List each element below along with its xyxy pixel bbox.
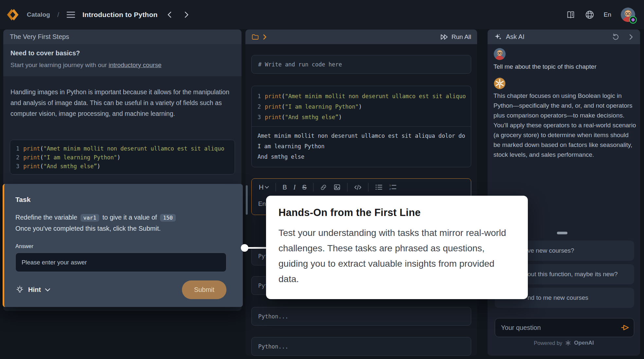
- answer-label: Answer: [15, 243, 230, 249]
- submit-button[interactable]: Submit: [182, 280, 226, 299]
- hint-button[interactable]: Hint: [15, 285, 50, 294]
- code-icon: [354, 184, 362, 190]
- tooltip-title: Hands-On from the First Line: [278, 207, 515, 219]
- tooltip-body: Test your understanding with tasks that …: [278, 225, 515, 287]
- task-card: Task Redefine the variable var1 to give …: [3, 184, 243, 307]
- app-root: Catalog / Introduction to Python: [0, 0, 644, 359]
- next-chapter-button[interactable]: [182, 9, 191, 20]
- breadcrumb-chevron-icon: [262, 34, 267, 40]
- onboarding-tooltip: Hands-On from the First Line Test your u…: [266, 196, 528, 299]
- code-line: 2print("I am learning Python"): [258, 101, 465, 112]
- image-icon: [333, 184, 341, 191]
- output-line: And smthg else: [258, 152, 465, 162]
- output-line: Amet minim mollit non deserunt ullamco e…: [258, 131, 465, 141]
- promo-banner: Need to cover basics? Start your learnin…: [3, 44, 241, 76]
- strikethrough-button[interactable]: S: [302, 184, 306, 191]
- code-workspace-panel: Run All # Write and run code here 1print…: [245, 29, 477, 356]
- link-button[interactable]: [320, 184, 327, 191]
- code-line: 2print("I am learning Python"): [16, 153, 229, 162]
- toolbar-divider: [347, 183, 348, 191]
- code-line: 3print("And smthg else”): [258, 112, 465, 122]
- task-title: Task: [15, 196, 230, 204]
- ordered-list-button[interactable]: 12: [389, 184, 397, 190]
- theory-code-block: 1print("Amet minim mollit non deserunt u…: [10, 140, 235, 174]
- ai-avatar: [493, 77, 506, 90]
- user-message: Tell me about the topic of this chapter: [493, 63, 597, 70]
- send-question-button[interactable]: [620, 323, 630, 332]
- run-all-button[interactable]: Run All: [440, 33, 471, 41]
- ai-question-input[interactable]: [495, 318, 634, 337]
- folder-icon[interactable]: [251, 33, 259, 41]
- theory-panel-header: The Very First Steps: [3, 29, 241, 44]
- formatting-toolbar: H B I S: [252, 179, 471, 196]
- italic-button[interactable]: I: [294, 184, 296, 191]
- user-avatar[interactable]: [620, 7, 635, 22]
- promo-text: Start your learning journey with our: [10, 62, 109, 68]
- ask-ai-panel: Ask AI: [488, 29, 640, 356]
- chat-user-avatar: [493, 48, 506, 60]
- run-all-label: Run All: [452, 33, 471, 41]
- code-button[interactable]: [354, 184, 362, 190]
- italic-icon: I: [294, 184, 296, 191]
- hint-label: Hint: [28, 286, 41, 294]
- breadcrumb-separator: /: [57, 11, 59, 19]
- ai-response: This chapter focuses on using Boolean lo…: [493, 91, 636, 160]
- glossary-book-icon[interactable]: [566, 10, 576, 19]
- heading-button[interactable]: H: [259, 184, 269, 191]
- toolbar-divider: [313, 183, 313, 191]
- top-nav: Catalog / Introduction to Python: [0, 0, 644, 29]
- code-line: 3print("And smthg else”): [16, 162, 229, 171]
- chapter-menu-icon[interactable]: [66, 11, 75, 18]
- link-icon: [320, 184, 327, 191]
- bullet-list-icon: [375, 184, 383, 190]
- value-chip: 150: [160, 214, 176, 222]
- ordered-list-icon: 12: [389, 184, 397, 190]
- heading-icon: H: [259, 184, 263, 191]
- hint-bulb-icon: [15, 285, 24, 294]
- code-output: Amet minim mollit non deserunt ullamco e…: [252, 126, 471, 166]
- bold-icon: B: [282, 184, 287, 191]
- strikethrough-icon: S: [302, 184, 306, 191]
- language-globe-icon[interactable]: [585, 10, 595, 20]
- reset-chat-icon[interactable]: [611, 33, 620, 41]
- code-line: 1print("Amet minim mollit non deserunt u…: [258, 91, 465, 101]
- brand-logo-icon[interactable]: [6, 8, 20, 22]
- python-cell-input[interactable]: Python...: [251, 337, 471, 356]
- bullet-list-button[interactable]: [375, 184, 383, 190]
- bold-button[interactable]: B: [282, 184, 287, 191]
- prev-chapter-button[interactable]: [165, 9, 174, 20]
- workspace-header: Run All: [245, 29, 477, 44]
- task-instruction-line2: Once you've completed this task, click t…: [15, 223, 230, 234]
- code-cell[interactable]: 1print("Amet minim mollit non deserunt u…: [251, 86, 471, 167]
- tooltip-connector-line: [247, 247, 267, 249]
- chapter-section-title: The Very First Steps: [10, 33, 69, 41]
- openai-label: OpenAI: [574, 340, 594, 346]
- openai-logo-icon: [565, 340, 571, 346]
- collapse-panel-icon[interactable]: [628, 34, 634, 40]
- image-button[interactable]: [333, 184, 341, 191]
- python-cell-input[interactable]: Python...: [251, 307, 471, 326]
- suggestions-drag-handle[interactable]: [557, 232, 567, 234]
- task-instruction: Redefine the variable var1 to give it a …: [15, 212, 230, 223]
- hint-chevron-down-icon: [45, 288, 50, 292]
- toolbar-divider: [276, 183, 276, 191]
- run-all-icon: [440, 33, 449, 41]
- ask-ai-title: Ask AI: [506, 33, 525, 41]
- avatar-status-badge: [629, 16, 637, 24]
- send-icon: [620, 323, 630, 332]
- powered-by: Powered by OpenAI: [488, 340, 640, 346]
- answer-input[interactable]: [15, 253, 226, 272]
- breadcrumb-catalog[interactable]: Catalog: [27, 11, 50, 18]
- theory-paragraph: Handling images in Python is important b…: [10, 87, 232, 119]
- intro-course-link[interactable]: introductory course: [109, 62, 162, 68]
- language-label[interactable]: En: [604, 11, 611, 18]
- svg-text:2: 2: [389, 188, 391, 190]
- ask-ai-header: Ask AI: [488, 29, 640, 44]
- scrollbar-thumb[interactable]: [246, 185, 248, 215]
- output-line: I am learning Python: [258, 141, 465, 152]
- page-title: Introduction to Python: [82, 11, 158, 19]
- code-line: 1print("Amet minim mollit non deserunt u…: [16, 144, 229, 153]
- code-editor-input[interactable]: # Write and run code here: [251, 55, 471, 74]
- svg-text:1: 1: [389, 184, 391, 187]
- variable-chip: var1: [80, 214, 99, 222]
